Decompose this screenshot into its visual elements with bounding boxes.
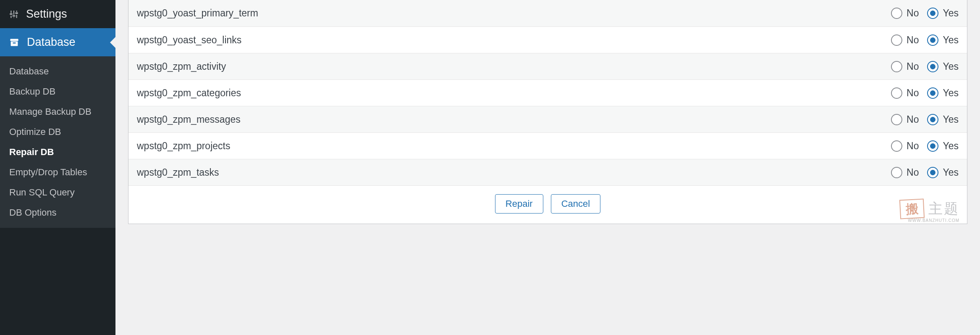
sidebar-item-settings[interactable]: Settings: [0, 0, 115, 28]
table-row: wpstg0_yoast_primary_termNoYes: [128, 0, 967, 26]
admin-sidebar: Settings Database DatabaseBackup DBManag…: [0, 0, 115, 335]
table-name: wpstg0_zpm_projects: [137, 140, 891, 152]
radio-yes[interactable]: [927, 167, 938, 178]
radio-no[interactable]: [891, 87, 902, 99]
repair-options: NoYes: [891, 167, 959, 178]
sidebar-item-empty-drop-tables[interactable]: Empty/Drop Tables: [0, 162, 115, 182]
option-label: No: [907, 34, 919, 46]
table-name: wpstg0_zpm_tasks: [137, 167, 891, 178]
radio-no[interactable]: [891, 114, 902, 125]
option-label: Yes: [943, 8, 959, 19]
option-no[interactable]: No: [891, 61, 919, 72]
sidebar-submenu: DatabaseBackup DBManage Backup DBOptimiz…: [0, 56, 115, 228]
watermark: 搬 主题: [900, 199, 959, 219]
radio-yes[interactable]: [927, 87, 938, 99]
radio-no[interactable]: [891, 34, 902, 46]
table-row: wpstg0_zpm_projectsNoYes: [128, 132, 967, 159]
sidebar-item-run-sql-query[interactable]: Run SQL Query: [0, 182, 115, 203]
radio-no[interactable]: [891, 167, 902, 178]
action-bar: Repair Cancel 搬 主题 WWW.BANZHUTI.COM: [128, 185, 967, 224]
table-name: wpstg0_zpm_activity: [137, 61, 891, 72]
option-no[interactable]: No: [891, 87, 919, 99]
option-label: Yes: [943, 140, 959, 152]
option-label: No: [907, 167, 919, 178]
archive-icon: [9, 37, 19, 47]
sidebar-item-label: Run SQL Query: [9, 187, 75, 198]
sidebar-section-label: Database: [27, 36, 76, 49]
repair-options: NoYes: [891, 114, 959, 125]
option-no[interactable]: No: [891, 167, 919, 178]
svg-rect-5: [13, 42, 16, 43]
table-name: wpstg0_zpm_messages: [137, 114, 891, 125]
radio-yes[interactable]: [927, 61, 938, 72]
option-yes[interactable]: Yes: [927, 114, 959, 125]
option-label: Yes: [943, 61, 959, 72]
svg-rect-4: [11, 41, 18, 46]
radio-yes[interactable]: [927, 34, 938, 46]
radio-no[interactable]: [891, 8, 902, 19]
sidebar-item-label: Settings: [26, 8, 67, 21]
option-label: No: [907, 114, 919, 125]
table-row: wpstg0_yoast_seo_linksNoYes: [128, 26, 967, 53]
repair-options: NoYes: [891, 61, 959, 72]
option-no[interactable]: No: [891, 34, 919, 46]
sidebar-item-database[interactable]: Database: [0, 61, 115, 82]
radio-yes[interactable]: [927, 140, 938, 152]
sidebar-item-label: Database: [9, 66, 49, 76]
repair-db-panel: wpstg0_yoast_primary_termNoYeswpstg0_yoa…: [128, 0, 967, 224]
option-label: Yes: [943, 87, 959, 99]
table-row: wpstg0_zpm_categoriesNoYes: [128, 79, 967, 106]
radio-yes[interactable]: [927, 114, 938, 125]
table-row: wpstg0_zpm_messagesNoYes: [128, 106, 967, 132]
cancel-button[interactable]: Cancel: [551, 194, 600, 214]
option-label: No: [907, 8, 919, 19]
sidebar-item-label: Empty/Drop Tables: [9, 167, 87, 177]
sidebar-item-label: Manage Backup DB: [9, 106, 92, 117]
sidebar-section-database[interactable]: Database: [0, 28, 115, 56]
radio-no[interactable]: [891, 140, 902, 152]
table-name: wpstg0_yoast_primary_term: [137, 8, 891, 19]
option-label: Yes: [943, 114, 959, 125]
option-no[interactable]: No: [891, 8, 919, 19]
option-yes[interactable]: Yes: [927, 167, 959, 178]
table-row: wpstg0_zpm_tasksNoYes: [128, 159, 967, 185]
repair-options: NoYes: [891, 34, 959, 46]
option-yes[interactable]: Yes: [927, 8, 959, 19]
sidebar-item-backup-db[interactable]: Backup DB: [0, 82, 115, 102]
svg-rect-1: [13, 15, 16, 16]
sidebar-item-db-options[interactable]: DB Options: [0, 203, 115, 223]
watermark-stamp: 搬: [899, 199, 925, 219]
option-yes[interactable]: Yes: [927, 34, 959, 46]
option-label: No: [907, 61, 919, 72]
svg-rect-3: [10, 39, 18, 41]
sidebar-item-label: Optimize DB: [9, 127, 61, 137]
option-label: No: [907, 87, 919, 99]
table-name: wpstg0_yoast_seo_links: [137, 34, 891, 46]
table-row: wpstg0_zpm_activityNoYes: [128, 53, 967, 79]
option-yes[interactable]: Yes: [927, 61, 959, 72]
option-label: Yes: [943, 34, 959, 46]
option-label: Yes: [943, 167, 959, 178]
svg-rect-0: [10, 13, 13, 14]
repair-button[interactable]: Repair: [495, 194, 543, 214]
repair-options: NoYes: [891, 87, 959, 99]
radio-yes[interactable]: [927, 8, 938, 19]
repair-options: NoYes: [891, 140, 959, 152]
option-no[interactable]: No: [891, 114, 919, 125]
watermark-url: WWW.BANZHUTI.COM: [908, 218, 959, 223]
option-yes[interactable]: Yes: [927, 140, 959, 152]
sidebar-item-manage-backup-db[interactable]: Manage Backup DB: [0, 102, 115, 122]
main-content: wpstg0_yoast_primary_termNoYeswpstg0_yoa…: [115, 0, 980, 335]
option-label: No: [907, 140, 919, 152]
radio-no[interactable]: [891, 61, 902, 72]
repair-options: NoYes: [891, 8, 959, 19]
sidebar-item-repair-db[interactable]: Repair DB: [0, 142, 115, 162]
sidebar-item-optimize-db[interactable]: Optimize DB: [0, 122, 115, 142]
sidebar-item-label: DB Options: [9, 207, 57, 218]
option-yes[interactable]: Yes: [927, 87, 959, 99]
table-name: wpstg0_zpm_categories: [137, 87, 891, 99]
sidebar-item-label: Backup DB: [9, 86, 55, 97]
option-no[interactable]: No: [891, 140, 919, 152]
watermark-text: 主题: [928, 199, 959, 219]
sidebar-item-label: Repair DB: [9, 147, 54, 157]
